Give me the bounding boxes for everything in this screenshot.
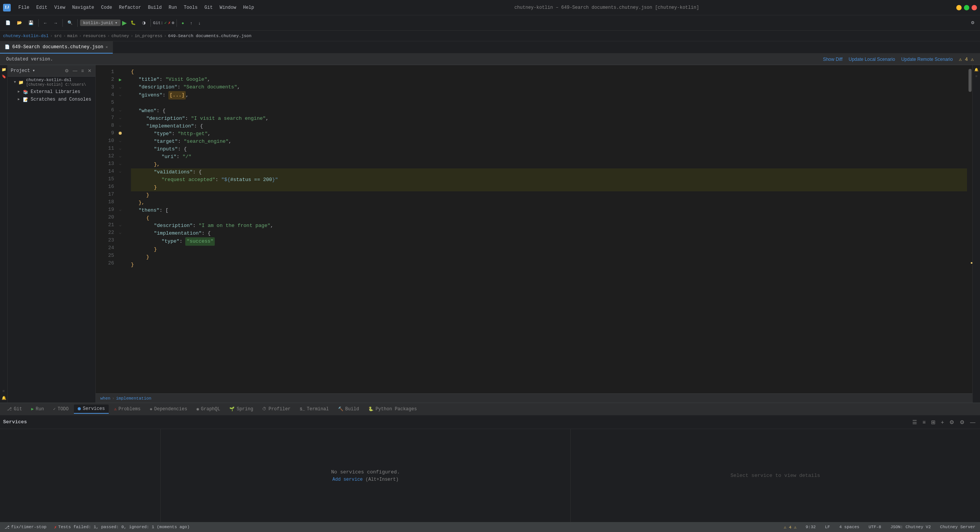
encoding-status[interactable]: UTF-8 [867,524,883,530]
fold-line-8[interactable]: ⌵ [116,122,125,129]
menu-help[interactable]: Help [240,4,257,11]
services-expand-all-btn[interactable]: ≡ [921,418,927,426]
file-type-status[interactable]: JSON: Chutney V2 [889,524,933,530]
file-type-label: JSON: Chutney V2 [890,525,931,529]
notifications-icon[interactable]: 🔔 [1,395,7,401]
server-status[interactable]: Chutney Server [939,524,977,530]
coverage-button[interactable]: ◑ [140,19,148,26]
menu-file[interactable]: File [15,4,33,11]
tab-python-packages[interactable]: 🐍 Python Packages [364,405,421,413]
code-line-14: "validations": { [131,168,967,176]
minimize-button[interactable] [956,5,962,10]
scroll-thumb[interactable] [969,69,972,92]
line-sep-status[interactable]: LF [823,524,831,530]
toolbar-pull[interactable]: ↓ [196,20,203,26]
sidebar-item-ext-libs[interactable]: ► 📚 External Libraries [8,88,95,96]
run-button[interactable]: ▶ [122,19,127,26]
project-icon[interactable]: 📁 [1,67,7,73]
scratches-icon: 📝 [23,97,28,102]
tab-close-button[interactable]: ✕ [106,45,108,49]
fold-line-11[interactable]: ⌵ [116,145,125,152]
code-editor[interactable]: 12345 678910 1112131415 1617181920 21222… [96,65,972,393]
toolbar-settings[interactable]: ⚙ [969,19,977,26]
tab-services[interactable]: Services [74,405,109,414]
right-notifications-icon[interactable]: 🔔 [973,67,980,73]
fold-line-7[interactable]: ⌵ [116,114,125,122]
maximize-button[interactable] [964,5,969,10]
toolbar-back[interactable]: ← [41,20,50,26]
close-button[interactable] [972,5,977,10]
sidebar-item-project[interactable]: ▼ 📁 chutney-kotlin-dsl [chutney-kotlin] … [8,77,95,88]
services-group-btn[interactable]: ⊞ [929,418,937,426]
add-service-link[interactable]: Add service (Alt+Insert) [332,477,399,482]
tab-todo[interactable]: ✓ TODO [49,405,72,413]
structure-icon[interactable]: ≡ [1,388,7,394]
show-diff-button[interactable]: Show Diff [823,56,843,62]
tab-problems[interactable]: ⚠ Problems [110,405,144,413]
menu-window[interactable]: Window [217,4,239,11]
bc-implementation[interactable]: implementation [116,396,151,401]
fold-line-21[interactable]: ⌵ [116,221,125,229]
fold-line-4[interactable]: ⌵ [116,91,125,99]
toolbar-push[interactable]: ↑ [188,20,195,26]
bookmarks-icon[interactable]: 🔖 [1,73,7,80]
toolbar-search[interactable]: 🔍 [65,19,75,26]
sidebar-item-scratches[interactable]: ► 📝 Scratches and Consoles [8,96,95,103]
fold-line-13[interactable]: ⌵ [116,160,125,168]
project-settings-btn[interactable]: ⚙ [64,67,70,74]
right-structure-icon[interactable]: ≡ [973,73,980,80]
warnings-status[interactable]: ⚠ 4 ⚠ [782,524,798,530]
services-collapse-all-btn[interactable]: ☰ [911,418,919,426]
code-content[interactable]: { "title": "Visit Google", "description"… [125,65,967,393]
menu-git[interactable]: Git [201,4,216,11]
indent-status[interactable]: 4 spaces [838,524,861,530]
fold-line-12[interactable]: ⌵ [116,152,125,160]
tab-run[interactable]: ▶ Run [28,405,48,413]
fold-line-10[interactable]: ⌵ [116,137,125,145]
menu-run[interactable]: Run [165,4,180,11]
toolbar-commit[interactable]: ● [179,20,186,26]
services-gear-btn[interactable]: ⚙ [958,418,966,426]
tab-profiler[interactable]: ⏱ Profiler [258,405,294,413]
toolbar-open[interactable]: 📂 [15,19,24,26]
menu-view[interactable]: View [51,4,69,11]
menu-tools[interactable]: Tools [181,4,201,11]
tab-build[interactable]: 🔨 Build [334,405,363,413]
menu-navigate[interactable]: Navigate [69,4,97,11]
git-branch-status[interactable]: ⎇ fix/timer-stop [3,524,48,530]
active-tab[interactable]: 📄 649-Search documents.chutney.json ✕ [0,41,113,54]
fold-line-14[interactable]: ⌵ [116,168,125,175]
tab-git[interactable]: ⎇ Git [3,405,26,413]
vertical-scrollbar[interactable] [967,65,972,393]
tab-terminal[interactable]: $_ Terminal [296,405,333,413]
project-collapse-btn[interactable]: — [72,67,78,74]
services-minimize-btn[interactable]: — [969,418,977,426]
fold-line-22[interactable]: ⌵ [116,229,125,237]
toolbar-forward[interactable]: → [51,20,60,26]
tab-dependencies[interactable]: ◈ Dependencies [146,405,191,413]
fold-line-3[interactable]: ⌵ [116,83,125,91]
project-gear-btn[interactable]: ✕ [87,67,92,74]
toolbar-save[interactable]: 💾 [26,19,36,26]
bc-when[interactable]: when [100,396,110,401]
debug-button[interactable]: 🐛 [128,19,138,26]
menu-refactor[interactable]: Refactor [116,4,144,11]
fold-line-19[interactable]: ⌵ [116,206,125,214]
toolbar-new[interactable]: 📄 [3,19,13,26]
menu-edit[interactable]: Edit [33,4,51,11]
title-bar: IJ File Edit View Navigate Code Refactor… [0,0,980,15]
update-remote-button[interactable]: Update Remote Scenario [901,56,953,62]
tab-graphql[interactable]: ◉ GraphQL [193,405,224,413]
run-config-badge[interactable]: kotlin-junit ▾ [80,20,121,26]
fold-line-6[interactable]: ⌵ [116,106,125,114]
project-dropdown-arrow[interactable]: ▾ [32,68,35,73]
services-settings-btn[interactable]: ⚙ [948,418,956,426]
services-add-btn[interactable]: + [939,418,946,426]
test-status-item[interactable]: ✗ Tests failed: 1, passed: 0, ignored: 1… [52,524,191,530]
line-col-status[interactable]: 9:32 [804,524,817,530]
project-more-btn[interactable]: ≡ [80,67,85,74]
update-local-button[interactable]: Update Local Scenario [849,56,895,62]
menu-build[interactable]: Build [145,4,165,11]
tab-spring[interactable]: 🌱 Spring [225,405,257,413]
menu-code[interactable]: Code [98,4,115,11]
